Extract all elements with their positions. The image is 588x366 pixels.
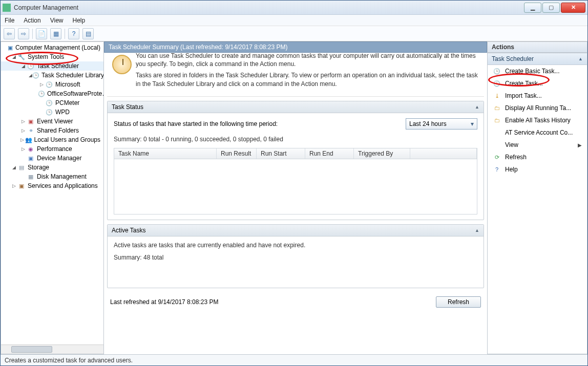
toolbar-separator [32, 29, 33, 39]
col-run-end[interactable]: Run End [305, 148, 354, 159]
menubar: File Action View Help [1, 15, 587, 26]
action-label: Display All Running Ta... [505, 104, 571, 112]
menu-view[interactable]: View [50, 17, 64, 24]
action-label: Import Task... [505, 92, 542, 99]
task-status-title: Task Status [112, 103, 143, 111]
action-display-all-running[interactable]: 🗀Display All Running Ta... [488, 102, 587, 114]
active-tasks-desc: Active tasks are tasks that are currentl… [114, 242, 477, 249]
tree-root[interactable]: ▣Computer Management (Local) [1, 43, 103, 52]
action-help[interactable]: ?Help [488, 163, 587, 176]
statusbar-text: Creates a customized task for advanced u… [5, 357, 133, 364]
task-status-body: Status of tasks that have started in the… [108, 113, 484, 220]
active-tasks-summary: Summary: 48 total [114, 254, 477, 261]
forward-button[interactable]: ⇨ [18, 28, 29, 39]
center-body: You can use Task Scheduler to create and… [104, 53, 487, 354]
col-run-result[interactable]: Run Result [217, 148, 257, 159]
tree-tslib-label: Task Scheduler Library [41, 72, 103, 79]
blank-icon [493, 141, 501, 149]
center-panel: Task Scheduler Summary (Last refreshed: … [104, 41, 487, 354]
tree-microsoft[interactable]: ▷🕒Microsoft [1, 80, 103, 89]
action-import-task[interactable]: ⤓Import Task... [488, 90, 587, 102]
minimize-button[interactable] [524, 3, 541, 13]
tree-pcmeter[interactable]: 🕒PCMeter [1, 98, 103, 107]
tree-pcmeter-label: PCMeter [55, 99, 79, 106]
active-tasks-title: Active Tasks [112, 227, 145, 234]
refresh-button[interactable]: Refresh [436, 296, 481, 308]
action-enable-history[interactable]: 🗀Enable All Tasks History [488, 114, 587, 126]
tree-device-label: Device Manager [37, 155, 81, 162]
left-panel: ▣Computer Management (Local) ◢🔧System To… [1, 41, 104, 354]
intro-text-1: You can use Task Scheduler to create and… [136, 53, 479, 68]
toolbar-separator [65, 29, 65, 39]
tree-event-viewer[interactable]: ▷▣Event Viewer [1, 117, 103, 126]
action-view[interactable]: View▶ [488, 139, 587, 151]
window-buttons [524, 3, 585, 13]
action-create-basic-task[interactable]: 🕒Create Basic Task... [488, 65, 587, 77]
action-label: Create Task... [505, 80, 543, 87]
tree-office-label: OfficeSoftwareProte… [47, 90, 103, 97]
tree-shared-folders[interactable]: ▷⚭Shared Folders [1, 126, 103, 135]
menu-help[interactable]: Help [73, 17, 86, 24]
tree-wpd[interactable]: 🕒WPD [1, 107, 103, 117]
tree-task-scheduler-library[interactable]: ◢🕒Task Scheduler Library [1, 71, 103, 80]
task-status-summary: Summary: 0 total - 0 running, 0 succeede… [114, 136, 477, 143]
import-icon: ⤓ [493, 92, 501, 100]
action-create-task[interactable]: 🕒Create Task... [488, 77, 587, 90]
tree-system-tools[interactable]: ◢🔧System Tools [1, 52, 103, 61]
up-button[interactable]: 📄 [36, 28, 47, 39]
action-label: Refresh [505, 154, 527, 161]
tree-perf-label: Performance [37, 145, 72, 153]
action-label: AT Service Account Co... [505, 129, 573, 136]
time-period-combo[interactable]: Last 24 hours [406, 118, 477, 130]
collapse-icon: ▲ [475, 104, 479, 110]
help-icon: ? [493, 165, 501, 174]
tree-local-users[interactable]: ▷👥Local Users and Groups [1, 135, 103, 144]
statusbar: Creates a customized task for advanced u… [1, 354, 587, 365]
task-table-head: Task Name Run Result Run Start Run End T… [114, 148, 477, 159]
col-task-name[interactable]: Task Name [114, 148, 217, 159]
action-at-service-account[interactable]: AT Service Account Co... [488, 126, 587, 139]
collapse-icon: ▲ [578, 56, 583, 61]
tree-root-label: Computer Management (Local) [15, 44, 100, 51]
task-icon: 🕒 [493, 67, 501, 75]
tree-systools-label: System Tools [28, 53, 64, 60]
tree-serv-label: Services and Applications [28, 182, 98, 189]
tree-performance[interactable]: ▷◉Performance [1, 144, 103, 154]
intro-box: You can use Task Scheduler to create and… [107, 53, 484, 97]
tree-users-label: Local Users and Groups [34, 136, 100, 143]
tree-task-scheduler[interactable]: ◢🕒Task Scheduler [1, 61, 103, 71]
clock-icon [112, 55, 132, 74]
tree-device-manager[interactable]: ▣Device Manager [1, 154, 103, 163]
tree-event-label: Event Viewer [37, 118, 73, 125]
back-button[interactable]: ⇦ [4, 28, 15, 39]
folder-icon: 🗀 [493, 104, 501, 112]
task-icon: 🕒 [493, 79, 501, 88]
active-tasks-body: Active tasks are tasks that are currentl… [108, 236, 484, 288]
menu-file[interactable]: File [5, 17, 14, 24]
actions-group-header[interactable]: Task Scheduler ▲ [488, 53, 587, 65]
col-triggered-by[interactable]: Triggered By [354, 148, 410, 159]
tree-services-apps[interactable]: ▷▣Services and Applications [1, 181, 103, 190]
task-status-section: Task Status ▲ Status of tasks that have … [107, 101, 484, 220]
tree-disk-management[interactable]: ▦Disk Management [1, 172, 103, 181]
properties-button[interactable]: ▦ [50, 28, 61, 39]
toolbar: ⇦ ⇨ 📄 ▦ ? ▤ [1, 26, 587, 41]
tree-microsoft-label: Microsoft [55, 81, 80, 88]
help-button[interactable]: ? [68, 28, 79, 39]
maximize-button[interactable] [542, 3, 560, 13]
close-button[interactable] [561, 3, 585, 13]
tree-office[interactable]: 🕒OfficeSoftwareProte… [1, 89, 103, 98]
tree-disk-label: Disk Management [37, 173, 87, 180]
actions-title: Actions [487, 41, 587, 53]
show-hide-button[interactable]: ▤ [82, 28, 94, 39]
task-status-header[interactable]: Task Status ▲ [108, 101, 484, 113]
action-refresh[interactable]: ⟳Refresh [488, 151, 587, 163]
last-refreshed-label: Last refreshed at 9/14/2017 8:08:23 PM [110, 298, 218, 306]
tree-scrollbar[interactable] [1, 345, 103, 354]
active-tasks-header[interactable]: Active Tasks ▲ [108, 225, 484, 236]
col-run-start[interactable]: Run Start [257, 148, 305, 159]
tree-storage[interactable]: ◢▤Storage [1, 163, 103, 172]
actions-body: Task Scheduler ▲ 🕒Create Basic Task... 🕒… [487, 53, 587, 354]
tree-storage-label: Storage [28, 164, 49, 171]
menu-action[interactable]: Action [24, 17, 40, 24]
